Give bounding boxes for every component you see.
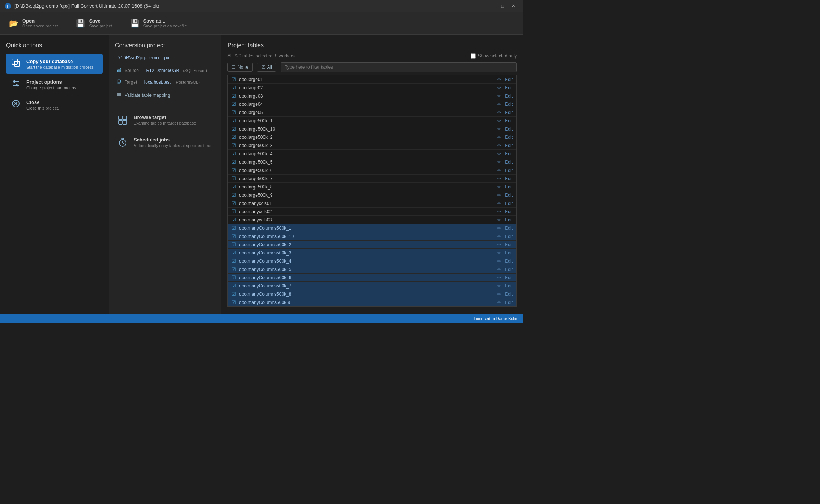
table-checkbox[interactable]: ☑ [232, 291, 236, 297]
edit-link[interactable]: Edit [505, 159, 513, 165]
table-checkbox[interactable]: ☑ [232, 275, 236, 280]
minimize-button[interactable]: ─ [487, 1, 497, 11]
title-text: [D:\DB\sql2pg-demo.fcpx] Full Convert Ul… [14, 3, 159, 9]
edit-link[interactable]: Edit [505, 135, 513, 140]
table-checkbox[interactable]: ☑ [232, 209, 236, 214]
edit-icon: ✏ [497, 226, 501, 231]
status-bar: Licensed to Damir Bulic. [0, 314, 523, 323]
edit-link[interactable]: Edit [505, 110, 513, 115]
validate-icon [116, 92, 122, 98]
table-checkbox[interactable]: ☑ [232, 93, 236, 99]
table-list[interactable]: ☑dbo.large01✏Edit☑dbo.large02✏Edit☑dbo.l… [227, 75, 517, 307]
edit-link[interactable]: Edit [505, 85, 513, 90]
show-selected-checkbox[interactable] [471, 53, 476, 59]
browse-target-icon [118, 115, 128, 127]
table-checkbox[interactable]: ☑ [232, 184, 236, 190]
edit-link[interactable]: Edit [505, 250, 513, 256]
edit-icon: ✏ [497, 126, 501, 132]
edit-link[interactable]: Edit [505, 201, 513, 206]
table-checkbox[interactable]: ☑ [232, 134, 236, 140]
table-row: ☑dbo.large500k_1✏Edit [228, 117, 516, 125]
table-checkbox[interactable]: ☑ [232, 250, 236, 256]
edit-link[interactable]: Edit [505, 151, 513, 156]
edit-link[interactable]: Edit [505, 217, 513, 223]
edit-link[interactable]: Edit [505, 300, 513, 305]
edit-link[interactable]: Edit [505, 102, 513, 107]
table-checkbox[interactable]: ☑ [232, 110, 236, 115]
table-checkbox[interactable]: ☑ [232, 283, 236, 289]
browse-target-button[interactable]: Browse target Examine tables in target d… [115, 110, 215, 132]
table-checkbox[interactable]: ☑ [232, 77, 236, 82]
table-name: dbo.manyColumns500k_5 [239, 267, 494, 272]
edit-link[interactable]: Edit [505, 184, 513, 190]
saveas-button[interactable]: 💾 Save as... Save project as new file [127, 17, 190, 30]
table-checkbox[interactable]: ☑ [232, 217, 236, 223]
tables-status: All 720 tables selected. 8 workers. [227, 53, 296, 59]
table-checkbox[interactable]: ☑ [232, 101, 236, 107]
table-checkbox[interactable]: ☑ [232, 233, 236, 239]
edit-link[interactable]: Edit [505, 267, 513, 272]
save-button[interactable]: 💾 Save Save project [73, 17, 115, 30]
table-checkbox[interactable]: ☑ [232, 118, 236, 123]
edit-icon: ✏ [497, 135, 501, 140]
edit-link[interactable]: Edit [505, 193, 513, 198]
table-checkbox[interactable]: ☑ [232, 200, 236, 206]
edit-icon: ✏ [497, 259, 501, 264]
table-checkbox[interactable]: ☑ [232, 143, 236, 148]
table-checkbox[interactable]: ☑ [232, 126, 236, 132]
edit-link[interactable]: Edit [505, 77, 513, 82]
target-db-icon [116, 79, 122, 85]
edit-link[interactable]: Edit [505, 176, 513, 181]
source-label: Source [125, 68, 139, 73]
edit-link[interactable]: Edit [505, 242, 513, 247]
project-file-path: D:\DB\sql2pg-demo.fcpx [115, 55, 215, 60]
edit-link[interactable]: Edit [505, 209, 513, 214]
quick-actions-panel: Quick actions Copy your database Start t… [0, 35, 109, 314]
qa-copy-db-sub: Start the database migration process [26, 65, 94, 69]
title-bar: F [D:\DB\sql2pg-demo.fcpx] Full Convert … [0, 0, 523, 12]
table-row: ☑dbo.manycols01✏Edit [228, 199, 516, 208]
all-icon: ☑ [261, 65, 265, 70]
edit-link[interactable]: Edit [505, 118, 513, 123]
table-checkbox[interactable]: ☑ [232, 225, 236, 231]
table-checkbox[interactable]: ☑ [232, 192, 236, 198]
edit-link[interactable]: Edit [505, 283, 513, 289]
table-checkbox[interactable]: ☑ [232, 176, 236, 181]
table-name: dbo.large500k_2 [239, 135, 494, 140]
table-row: ☑dbo.manyColumns500k_5✏Edit [228, 265, 516, 274]
validate-mapping-button[interactable]: Validate table mapping [115, 89, 215, 101]
filter-input[interactable] [281, 62, 517, 72]
edit-link[interactable]: Edit [505, 226, 513, 231]
edit-link[interactable]: Edit [505, 143, 513, 148]
table-checkbox[interactable]: ☑ [232, 242, 236, 247]
edit-link[interactable]: Edit [505, 292, 513, 297]
table-checkbox[interactable]: ☑ [232, 85, 236, 90]
show-selected-label[interactable]: Show selected only [471, 53, 517, 59]
edit-link[interactable]: Edit [505, 168, 513, 173]
table-checkbox[interactable]: ☑ [232, 167, 236, 173]
edit-link[interactable]: Edit [505, 275, 513, 280]
qa-copy-database[interactable]: Copy your database Start the database mi… [6, 54, 103, 74]
table-checkbox[interactable]: ☑ [232, 258, 236, 264]
edit-link[interactable]: Edit [505, 234, 513, 239]
table-row: ☑dbo.manyColumns500k_4✏Edit [228, 257, 516, 265]
all-button[interactable]: ☑ All [257, 63, 276, 72]
edit-link[interactable]: Edit [505, 126, 513, 132]
qa-close[interactable]: Close Close this project. [6, 95, 103, 114]
edit-link[interactable]: Edit [505, 93, 513, 99]
none-button[interactable]: ☐ None [227, 63, 253, 72]
save-labels: Save Save project [89, 18, 112, 28]
edit-link[interactable]: Edit [505, 259, 513, 264]
scheduled-jobs-button[interactable]: Scheduled jobs Automatically copy tables… [115, 132, 215, 154]
close-window-button[interactable]: ✕ [508, 1, 518, 11]
table-checkbox[interactable]: ☑ [232, 151, 236, 156]
show-selected-text: Show selected only [478, 53, 517, 59]
table-name: dbo.manyColumns500k_6 [239, 275, 494, 280]
qa-project-options[interactable]: Project options Change project parameter… [6, 75, 103, 94]
table-checkbox[interactable]: ☑ [232, 266, 236, 272]
open-button[interactable]: 📂 Open Open saved project [6, 17, 61, 30]
maximize-button[interactable]: □ [497, 1, 508, 11]
table-checkbox[interactable]: ☑ [232, 299, 236, 305]
table-checkbox[interactable]: ☑ [232, 159, 236, 165]
edit-icon: ✏ [497, 300, 501, 305]
